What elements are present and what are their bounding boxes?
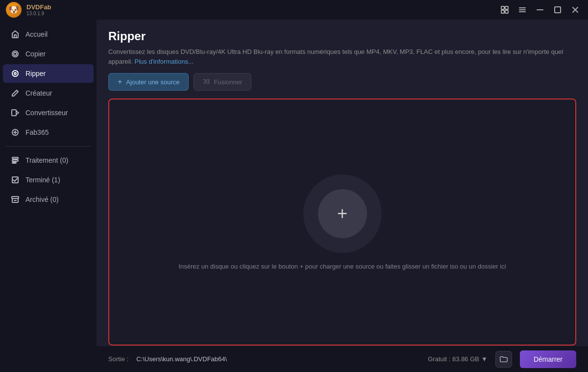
content-header: Ripper Convertissez les disques DVD/Blu-…	[97, 20, 588, 73]
svg-rect-0	[501, 6, 504, 9]
sidebar-label-copier: Copier	[25, 50, 46, 58]
fab-icon	[11, 128, 20, 137]
merge-icon	[203, 78, 210, 86]
drop-zone-inner-ring: +	[318, 189, 367, 238]
home-icon	[11, 30, 20, 39]
drop-zone[interactable]: + Insérez un disque ou cliquez sur le bo…	[108, 99, 576, 346]
app-title-version: DVDFab 13.0.1.9	[26, 3, 51, 16]
main-layout: Accueil Copier Ripper Créateur Convertis	[0, 20, 588, 372]
sidebar: Accueil Copier Ripper Créateur Convertis	[0, 20, 97, 372]
titlebar-left: 🐶 DVDFab 13.0.1.9	[6, 2, 51, 18]
start-button[interactable]: Démarrer	[520, 350, 576, 368]
done-icon	[11, 175, 20, 184]
sidebar-item-termine[interactable]: Terminé (1)	[3, 171, 94, 189]
output-label: Sortie :	[108, 355, 128, 363]
svg-point-14	[14, 73, 16, 74]
sidebar-item-archive[interactable]: Archivé (0)	[3, 190, 94, 209]
close-button[interactable]	[568, 3, 582, 17]
titlebar-controls	[498, 3, 582, 17]
svg-point-13	[12, 71, 18, 76]
sidebar-label-ripper: Ripper	[25, 70, 46, 77]
chevron-down-icon[interactable]: ▼	[481, 355, 488, 363]
archive-icon	[11, 195, 20, 204]
toolbar: + Ajouter une source Fusionner	[97, 73, 588, 99]
output-path: C:\Users\kun.wang\.DVDFab64\	[136, 355, 420, 363]
svg-rect-3	[505, 10, 508, 13]
titlebar: 🐶 DVDFab 13.0.1.9	[0, 0, 588, 20]
footer: Sortie : C:\Users\kun.wang\.DVDFab64\ Gr…	[97, 346, 588, 372]
extensions-button[interactable]	[498, 3, 512, 17]
disc-icon	[11, 69, 20, 78]
more-info-link[interactable]: Plus d'informations...	[135, 58, 194, 65]
menu-button[interactable]	[515, 3, 529, 17]
svg-rect-15	[12, 110, 16, 116]
app-logo: 🐶	[6, 2, 22, 18]
sidebar-item-ripper[interactable]: Ripper	[3, 64, 94, 83]
svg-rect-2	[501, 10, 504, 13]
app-version: 13.0.1.9	[26, 11, 51, 16]
page-title: Ripper	[108, 29, 576, 43]
copy-icon	[11, 50, 20, 58]
sidebar-label-fab365: Fab365	[25, 128, 49, 136]
merge-button[interactable]: Fusionner	[194, 73, 251, 91]
free-space-text: Gratuit : 83.86 GB	[428, 355, 479, 363]
sidebar-label-convertisseur: Convertisseur	[25, 109, 68, 117]
sidebar-item-traitement[interactable]: Traitement (0)	[3, 151, 94, 170]
app-name: DVDFab	[26, 3, 51, 11]
svg-rect-18	[12, 160, 18, 161]
add-source-button[interactable]: + Ajouter une source	[108, 73, 189, 91]
sidebar-item-fab365[interactable]: Fab365	[3, 123, 94, 142]
sidebar-item-accueil[interactable]: Accueil	[3, 25, 94, 44]
queue-icon	[11, 156, 20, 165]
merge-label: Fusionner	[214, 78, 242, 86]
sidebar-item-copier[interactable]: Copier	[3, 45, 94, 63]
sidebar-label-accueil: Accueil	[25, 30, 48, 38]
content-area: Ripper Convertissez les disques DVD/Blu-…	[97, 20, 588, 372]
svg-rect-19	[12, 162, 16, 163]
drop-zone-text: Insérez un disque ou cliquez sur le bout…	[159, 263, 525, 270]
drop-area-wrapper: + Insérez un disque ou cliquez sur le bo…	[97, 99, 588, 346]
sidebar-item-convertisseur[interactable]: Convertisseur	[3, 103, 94, 122]
svg-point-11	[12, 51, 18, 57]
minimize-button[interactable]	[533, 3, 547, 17]
svg-rect-21	[12, 197, 19, 198]
drop-zone-plus-icon: +	[337, 205, 347, 223]
sidebar-divider	[6, 146, 91, 147]
sidebar-label-archive: Archivé (0)	[25, 196, 59, 203]
content-description: Convertissez les disques DVD/Blu-ray/4K …	[108, 47, 576, 66]
create-icon	[11, 89, 20, 98]
free-space: Gratuit : 83.86 GB ▼	[428, 355, 488, 363]
svg-point-12	[14, 52, 17, 55]
sidebar-item-createur[interactable]: Créateur	[3, 84, 94, 102]
drop-zone-outer-ring: +	[303, 174, 382, 253]
plus-icon: +	[118, 77, 122, 86]
svg-rect-1	[505, 6, 508, 9]
sidebar-label-termine: Terminé (1)	[25, 176, 60, 184]
folder-button[interactable]	[495, 351, 512, 368]
convert-icon	[11, 108, 20, 117]
svg-rect-8	[555, 7, 561, 13]
sidebar-label-traitement: Traitement (0)	[25, 156, 68, 164]
maximize-button[interactable]	[551, 3, 564, 17]
add-source-label: Ajouter une source	[126, 78, 179, 86]
svg-rect-17	[12, 157, 18, 159]
sidebar-label-createur: Créateur	[25, 89, 52, 97]
